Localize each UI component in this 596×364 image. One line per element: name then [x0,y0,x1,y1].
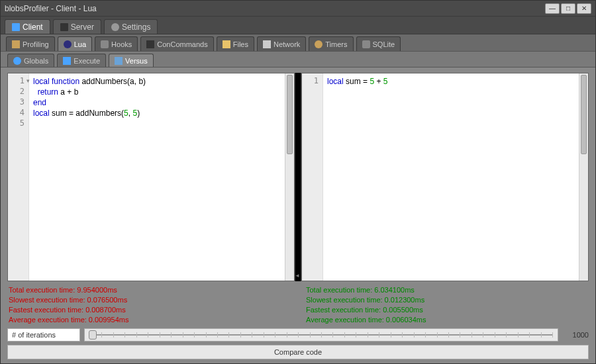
editors-split: 1▾2345 local function addNumbers(a, b) r… [7,73,589,281]
subtab-lua[interactable]: Lua [58,36,92,51]
scrollbar-left[interactable] [285,73,294,281]
subtab-network[interactable]: Network [257,36,306,51]
editor-left[interactable]: 1▾2345 local function addNumbers(a, b) r… [7,73,295,281]
client-icon [12,23,20,31]
concommands-icon [146,40,154,48]
subtab-timers[interactable]: Timers [309,36,353,51]
stats-row: Total execution time: 9.954000ms Slowest… [7,285,589,325]
terttab-globals[interactable]: Globals [7,54,54,67]
settings-icon [111,23,119,31]
terttab-execute[interactable]: Execute [57,54,106,67]
window-title: blobsProfiler - Client - Lua [5,4,544,13]
stat-fastest: Fastest execution time: 0.005500ms [306,305,587,315]
files-icon [223,40,230,48]
versus-icon [115,57,123,65]
close-button[interactable]: ✕ [577,3,591,14]
subtab-concommands[interactable]: ConCommands [140,36,213,51]
stat-slowest: Slowest execution time: 0.012300ms [306,295,587,305]
hooks-icon [101,40,109,48]
code-right[interactable]: local sum = 5 + 5 [323,73,579,281]
iterations-slider[interactable] [84,328,558,341]
globals-icon [13,57,21,65]
timers-icon [315,40,323,48]
gutter-left: 1▾2345 [8,73,29,281]
stats-right: Total execution time: 6.034100ms Slowest… [305,285,589,325]
stat-total: Total execution time: 9.954000ms [9,285,290,295]
editor-right[interactable]: 1 local sum = 5 + 5 [301,73,589,281]
tab-server[interactable]: Server [53,19,101,34]
iterations-label: # of iterations [7,328,80,341]
stat-fastest: Fastest execution time: 0.008700ms [9,305,290,315]
stats-left: Total execution time: 9.954000ms Slowest… [7,285,291,325]
app-window: blobsProfiler - Client - Lua — □ ✕ Clien… [0,0,596,364]
sub-tabs: Profiling Lua Hooks ConCommands Files Ne… [1,34,595,51]
network-icon [263,40,271,48]
content-area: 1▾2345 local function addNumbers(a, b) r… [1,67,595,363]
stat-average: Average execution time: 0.006034ms [306,315,587,325]
compare-button[interactable]: Compare code [7,345,589,359]
lua-icon [64,40,72,48]
subtab-profiling[interactable]: Profiling [6,36,55,51]
subtab-sqlite[interactable]: SQLite [356,36,401,51]
slider-ticks [90,331,552,339]
execute-icon [63,57,71,65]
split-divider[interactable] [295,73,301,281]
stat-slowest: Slowest execution time: 0.076500ms [9,295,290,305]
titlebar: blobsProfiler - Client - Lua — □ ✕ [1,1,595,17]
slider-thumb[interactable] [89,330,97,340]
main-tabs: Client Server Settings [1,17,595,34]
scrollbar-right[interactable] [579,73,588,281]
tab-settings[interactable]: Settings [104,19,158,34]
tab-client[interactable]: Client [5,19,50,34]
sqlite-icon [362,40,370,48]
subtab-files[interactable]: Files [217,36,254,51]
stat-total: Total execution time: 6.034100ms [306,285,587,295]
server-icon [60,23,68,31]
maximize-button[interactable]: □ [561,3,575,14]
gutter-right: 1 [302,73,323,281]
scrollbar-thumb[interactable] [581,75,587,154]
terttab-versus[interactable]: Versus [109,54,154,67]
hourglass-icon [12,40,20,48]
subtab-hooks[interactable]: Hooks [95,36,138,51]
stat-average: Average execution time: 0.009954ms [9,315,290,325]
iterations-row: # of iterations 1000 [7,328,589,342]
scrollbar-thumb[interactable] [287,75,293,154]
minimize-button[interactable]: — [545,3,560,14]
code-left[interactable]: local function addNumbers(a, b) return a… [29,73,285,281]
tertiary-tabs: Globals Execute Versus [1,51,595,67]
iterations-max: 1000 [562,331,589,339]
